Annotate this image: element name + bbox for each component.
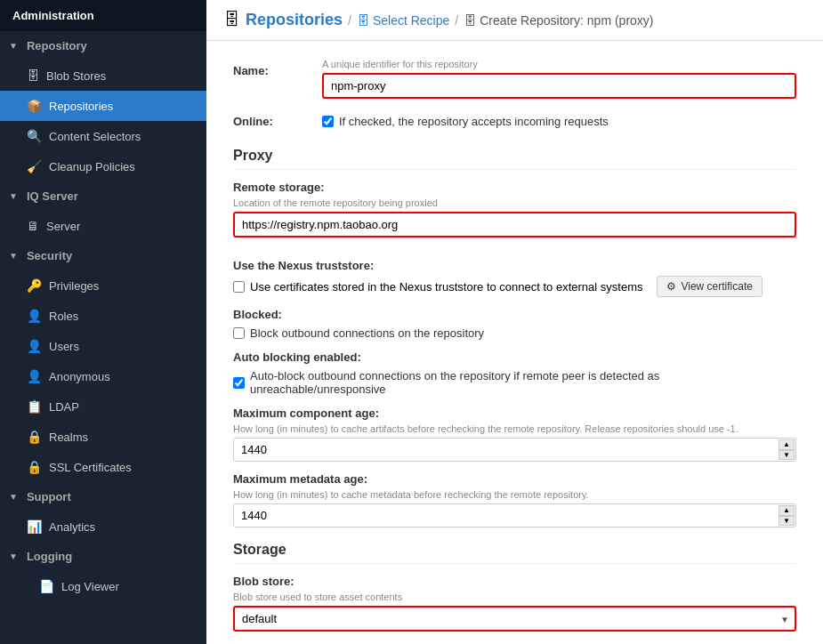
select-recipe-icon: 🗄 — [357, 13, 369, 28]
sidebar-item-privileges[interactable]: 🔑 Privileges — [0, 270, 206, 301]
max-metadata-age-wrap: ▲ ▼ — [233, 503, 796, 527]
sidebar-item-content-selectors[interactable]: 🔍 Content Selectors — [0, 121, 206, 151]
sidebar-item-log-viewer[interactable]: 📄 Log Viewer — [0, 571, 206, 601]
max-metadata-age-down-button[interactable]: ▼ — [779, 516, 795, 527]
sidebar-item-anonymous[interactable]: 👤 Anonymous — [0, 361, 206, 391]
blob-store-hint: Blob store used to store asset contents — [233, 592, 796, 602]
chevron-down-icon: ▼ — [9, 251, 18, 261]
nexus-truststore-group: Use certificates stored in the Nexus tru… — [233, 276, 796, 297]
nexus-truststore-checkbox[interactable] — [233, 281, 245, 293]
sidebar-item-server[interactable]: 🖥 Server — [0, 211, 206, 241]
sidebar-item-security[interactable]: ▼ Security — [0, 241, 206, 270]
sidebar-header: Administration — [0, 0, 206, 31]
main-content: 🗄 Repositories / 🗄 Select Recipe / 🗄 Cre… — [206, 0, 823, 644]
breadcrumb-sep1: / — [348, 13, 351, 28]
max-metadata-age-input[interactable] — [233, 503, 796, 527]
remote-storage-input[interactable] — [233, 212, 796, 237]
view-certificate-label: View certificate — [681, 280, 752, 293]
blocked-label: Blocked: — [233, 308, 796, 321]
name-input[interactable] — [322, 73, 796, 99]
cleanup-policies-icon: 🧹 — [27, 159, 42, 173]
nexus-truststore-hint: Use certificates stored in the Nexus tru… — [250, 280, 642, 294]
max-metadata-age-label: Maximum metadata age: — [233, 472, 796, 486]
max-component-age-wrap: ▲ ▼ — [233, 438, 796, 462]
gear-icon: ⚙ — [666, 280, 676, 293]
online-checkbox[interactable] — [322, 116, 334, 127]
online-field-row: Online: If checked, the repository accep… — [233, 109, 796, 133]
sidebar-item-analytics[interactable]: 📊 Analytics — [0, 511, 206, 542]
sidebar-item-support[interactable]: ▼ Support — [0, 482, 206, 511]
realms-icon: 🔒 — [27, 430, 42, 444]
sidebar-item-repositories[interactable]: 📦 Repositories — [0, 91, 206, 121]
sidebar-item-label: Repositories — [49, 100, 113, 113]
form-content: Name: A unique identifier for this repos… — [206, 41, 823, 644]
sidebar-item-repository[interactable]: ▼ Repository — [0, 31, 206, 60]
blob-store-select[interactable]: default other — [233, 606, 796, 632]
sidebar-item-label: Content Selectors — [49, 130, 141, 143]
max-metadata-age-hint: How long (in minutes) to cache metadata … — [233, 489, 796, 500]
max-component-age-hint: How long (in minutes) to cache artifacts… — [233, 423, 796, 434]
sidebar-item-users[interactable]: 👤 Users — [0, 331, 206, 361]
online-checkbox-row: If checked, the repository accepts incom… — [322, 115, 796, 128]
max-component-age-up-button[interactable]: ▲ — [779, 439, 795, 450]
name-label: Name: — [233, 59, 322, 77]
max-component-age-down-button[interactable]: ▼ — [779, 450, 795, 461]
view-certificate-button[interactable]: ⚙ View certificate — [657, 276, 762, 297]
users-icon: 👤 — [27, 339, 42, 353]
sidebar-item-cleanup-policies[interactable]: 🧹 Cleanup Policies — [0, 151, 206, 181]
proxy-section-title: Proxy — [233, 148, 796, 170]
breadcrumb-current: 🗄 Create Repository: npm (proxy) — [464, 13, 653, 28]
blocked-checkbox[interactable] — [233, 327, 245, 339]
name-hint: A unique identifier for this repository — [322, 59, 796, 69]
chevron-down-icon: ▼ — [9, 551, 18, 561]
remote-storage-label: Remote storage: — [233, 181, 796, 194]
blocked-checkbox-row: Block outbound connections on the reposi… — [233, 326, 796, 340]
sidebar-item-label: Cleanup Policies — [49, 160, 135, 173]
current-icon: 🗄 — [464, 13, 476, 28]
breadcrumb-current-text: Create Repository: npm (proxy) — [480, 13, 653, 28]
sidebar-item-label: Support — [27, 490, 71, 503]
breadcrumb-sep2: / — [455, 13, 458, 28]
sidebar-item-label: IQ Server — [27, 189, 78, 203]
sidebar-item-label: Users — [49, 340, 79, 353]
sidebar-item-realms[interactable]: 🔒 Realms — [0, 422, 206, 452]
sidebar-item-label: Blob Stores — [46, 69, 106, 83]
sidebar-item-logging[interactable]: ▼ Logging — [0, 542, 206, 571]
roles-icon: 👤 — [27, 309, 42, 323]
ssl-certificates-icon: 🔒 — [27, 460, 42, 474]
auto-blocking-hint: Auto-block outbound connections on the r… — [250, 369, 796, 396]
content-selectors-icon: 🔍 — [27, 129, 42, 143]
max-metadata-age-spinners: ▲ ▼ — [779, 505, 795, 526]
sidebar-item-ldap[interactable]: 📋 LDAP — [0, 391, 206, 422]
analytics-icon: 📊 — [27, 519, 42, 534]
chevron-down-icon: ▼ — [9, 191, 18, 201]
sidebar-item-label: Security — [27, 249, 72, 262]
auto-blocking-checkbox[interactable] — [233, 377, 245, 389]
sidebar-item-label: Analytics — [49, 520, 95, 534]
sidebar-item-label: Repository — [27, 39, 87, 52]
sidebar-item-label: Server — [46, 220, 80, 233]
remote-storage-hint: Location of the remote repository being … — [233, 197, 796, 208]
chevron-down-icon: ▼ — [9, 492, 18, 502]
sidebar-item-blob-stores[interactable]: 🗄 Blob Stores — [0, 60, 206, 91]
max-component-age-input[interactable] — [233, 438, 796, 462]
repositories-icon: 📦 — [27, 99, 42, 113]
sidebar-item-label: Anonymous — [49, 370, 110, 383]
max-component-age-label: Maximum component age: — [233, 407, 796, 420]
sidebar-item-ssl-certificates[interactable]: 🔒 SSL Certificates — [0, 452, 206, 482]
ldap-icon: 📋 — [27, 399, 42, 414]
breadcrumb-title: Repositories — [246, 11, 343, 29]
log-viewer-icon: 📄 — [39, 579, 54, 593]
max-metadata-age-up-button[interactable]: ▲ — [779, 505, 795, 516]
breadcrumb-select-recipe-link[interactable]: 🗄 Select Recipe — [357, 13, 449, 28]
name-field-row: Name: A unique identifier for this repos… — [233, 59, 796, 99]
sidebar-item-roles[interactable]: 👤 Roles — [0, 301, 206, 331]
auto-blocking-label: Auto blocking enabled: — [233, 350, 796, 364]
privileges-icon: 🔑 — [27, 278, 42, 293]
blocked-hint: Block outbound connections on the reposi… — [250, 326, 484, 340]
breadcrumb-icon: 🗄 — [224, 11, 240, 29]
nexus-truststore-label: Use the Nexus truststore: — [233, 259, 796, 272]
sidebar-item-label: Log Viewer — [61, 580, 119, 593]
sidebar-item-iq-server[interactable]: ▼ IQ Server — [0, 181, 206, 211]
max-component-age-spinners: ▲ ▼ — [779, 439, 795, 460]
